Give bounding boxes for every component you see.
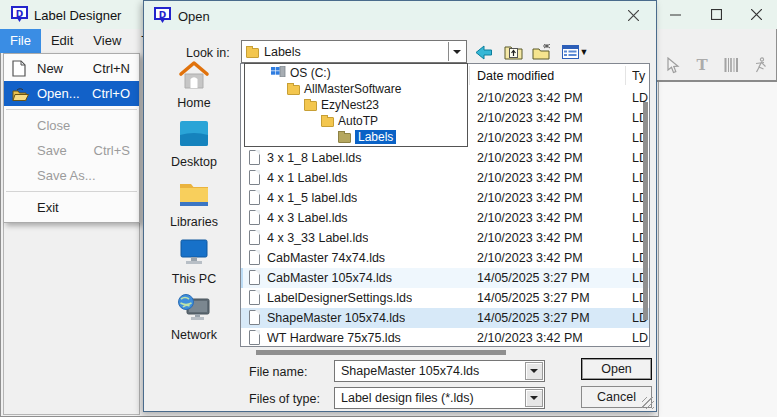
menu-edit[interactable]: Edit (41, 29, 83, 53)
file-icon (249, 310, 260, 325)
file-name: CabMaster 105x74.lds (267, 271, 392, 285)
file-date: 2/10/2023 3:42 PM (477, 331, 583, 345)
file-date: 14/05/2025 3:27 PM (477, 271, 590, 285)
list-item[interactable]: 4 x 1_5 label.lds2/10/2023 3:42 PMLD (241, 188, 649, 208)
back-button[interactable] (474, 43, 494, 61)
look-in-value: Labels (264, 45, 301, 59)
vertical-scrollbar[interactable] (643, 102, 648, 320)
file-type: LD (632, 331, 649, 345)
menu-item-exit[interactable]: Exit (4, 195, 139, 220)
svg-text:D: D (16, 9, 23, 19)
cursor-tool-button[interactable] (664, 55, 682, 75)
sidebar-item-libraries[interactable]: Libraries (150, 178, 238, 229)
horizontal-scrollbar[interactable] (256, 350, 506, 355)
menu-file[interactable]: File (0, 29, 41, 53)
menu-item-open[interactable]: Open... Ctrl+O (4, 81, 139, 106)
minimize-button[interactable] (655, 0, 696, 29)
file-menu-popup: New Ctrl+N Open... Ctrl+O Close Save Ctr… (3, 53, 140, 223)
menu-item-label: Open... (37, 86, 80, 101)
cursor-icon (666, 57, 680, 74)
tree-item-ezynest23[interactable]: EzyNest23 (245, 97, 467, 113)
file-icon (249, 230, 260, 245)
tree-item-autotp[interactable]: AutoTP (245, 113, 467, 129)
menu-item-save-as: Save As... (4, 163, 139, 188)
open-button[interactable]: Open (581, 358, 652, 380)
list-item[interactable]: CabMaster 105x74.lds14/05/2025 3:27 PMLD (241, 268, 649, 288)
tree-item-label: AutoTP (338, 114, 378, 128)
close-button[interactable] (736, 0, 777, 29)
main-window-title: Label Designer (34, 8, 121, 23)
folder-icon (287, 85, 300, 95)
files-of-type-dropdown-button[interactable] (525, 389, 543, 407)
file-name: WT Hardware 75x75.lds (267, 331, 401, 345)
list-item[interactable]: 3 x 1_8 Label.lds2/10/2023 3:42 PMLD (241, 148, 649, 168)
sidebar-item-desktop[interactable]: Desktop (150, 118, 238, 169)
text-tool-icon: T (696, 56, 707, 74)
file-name-combobox[interactable]: ShapeMaster 105x74.lds (334, 360, 545, 382)
tree-item-label: OS (C:) (290, 66, 331, 80)
file-date: 14/05/2025 3:27 PM (477, 291, 590, 305)
list-item[interactable]: 4 x 3 Label.lds2/10/2023 3:42 PMLD (241, 208, 649, 228)
file-name: 4 x 1 Label.lds (267, 171, 348, 185)
file-date: 2/10/2023 3:42 PM (477, 231, 583, 245)
files-of-type-combobox[interactable]: Label design files (*.lds) (334, 387, 545, 409)
file-name-value: ShapeMaster 105x74.lds (341, 364, 479, 378)
list-item[interactable]: 4 x 1 Label.lds2/10/2023 3:42 PMLD (241, 168, 649, 188)
up-folder-icon (504, 44, 523, 60)
tree-item-os-c[interactable]: OS (C:) (245, 65, 467, 81)
list-item[interactable]: LabelDesignerSettings.lds14/05/2025 3:27… (241, 288, 649, 308)
menu-separator (6, 109, 137, 110)
file-name: CabMaster 74x74.lds (267, 251, 385, 265)
file-icon (249, 170, 260, 185)
back-arrow-icon (475, 45, 493, 60)
tree-item-labels-selected[interactable]: Labels (245, 129, 467, 145)
file-date: 2/10/2023 3:42 PM (477, 111, 583, 125)
menu-separator (6, 191, 137, 192)
maximize-button[interactable] (696, 0, 737, 29)
network-icon (177, 291, 211, 323)
desktop-icon (177, 118, 211, 150)
dialog-app-icon: D (154, 7, 171, 24)
column-divider (625, 66, 626, 85)
new-folder-button[interactable] (532, 43, 552, 61)
file-name: 3 x 1_8 Label.lds (267, 151, 362, 165)
text-tool-button[interactable]: T (693, 55, 711, 75)
file-icon (249, 150, 260, 165)
sidebar-item-this-pc[interactable]: This PC (150, 235, 238, 286)
file-date: 2/10/2023 3:42 PM (477, 131, 583, 145)
menu-item-save: Save Ctrl+S (4, 138, 139, 163)
sidebar-item-network[interactable]: Network (150, 291, 238, 342)
menu-bar: FileEditViewTools (0, 29, 143, 53)
menu-view[interactable]: View (83, 29, 131, 53)
list-item[interactable]: WT Hardware 75x75.lds2/10/2023 3:42 PMLD (241, 328, 649, 347)
file-icon (249, 250, 260, 265)
view-menu-button[interactable]: ▼ (561, 43, 589, 61)
resize-grip[interactable] (642, 397, 654, 409)
list-item-selected[interactable]: ShapeMaster 105x74.lds14/05/2025 3:27 PM… (241, 308, 649, 328)
menu-item-new[interactable]: New Ctrl+N (4, 56, 139, 81)
dialog-title: Open (178, 9, 210, 24)
places-sidebar: Home Desktop Libraries (150, 35, 238, 341)
sidebar-label: Desktop (150, 155, 238, 169)
chevron-down-icon (530, 396, 538, 400)
barcode-tool-button[interactable] (722, 55, 740, 75)
file-icon (249, 210, 260, 225)
list-item[interactable]: CabMaster 74x74.lds2/10/2023 3:42 PMLD (241, 248, 649, 268)
look-in-dropdown-button[interactable] (448, 42, 465, 61)
dialog-close-button[interactable] (610, 1, 656, 30)
list-item[interactable]: 4 x 3_33 Label.lds2/10/2023 3:42 PMLD (241, 228, 649, 248)
tree-item-label: Labels (355, 130, 396, 144)
file-name-dropdown-button[interactable] (525, 362, 543, 380)
maximize-icon (711, 9, 722, 20)
menu-tools[interactable]: Tools (131, 29, 143, 53)
symbol-tool-button[interactable] (751, 55, 769, 75)
column-header-date-modified[interactable]: Date modified (477, 69, 554, 83)
sidebar-item-home[interactable]: Home (150, 59, 238, 110)
file-name: 4 x 3 Label.lds (267, 211, 348, 225)
look-in-combobox[interactable]: Labels (241, 40, 467, 63)
column-header-type[interactable]: Ty (632, 69, 649, 83)
tree-item-allmastersoftware[interactable]: AllMasterSoftware (245, 81, 467, 97)
folder-icon (304, 101, 317, 111)
up-one-level-button[interactable] (503, 43, 523, 61)
file-date: 14/05/2025 3:27 PM (477, 311, 590, 325)
